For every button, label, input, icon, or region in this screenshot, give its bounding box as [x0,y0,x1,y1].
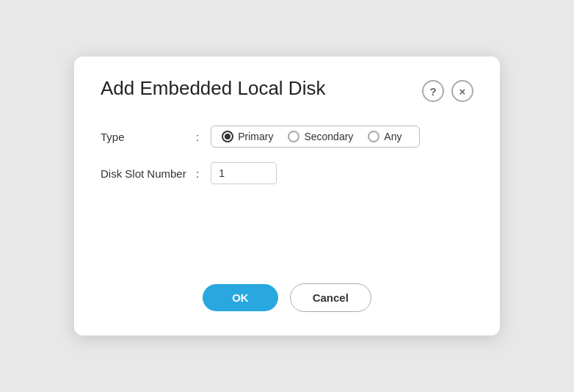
header-icons: ? × [422,80,473,102]
radio-option-any[interactable]: Any [360,131,409,142]
radio-primary[interactable] [222,131,233,142]
close-button[interactable]: × [451,80,473,102]
disk-slot-input[interactable] [211,162,277,184]
add-embedded-local-disk-dialog: Add Embedded Local Disk ? × Type : Prima… [74,57,500,335]
type-colon: : [196,131,199,143]
dialog-body: Type : Primary Secondary Any Disk Slot N… [101,126,473,239]
type-radio-group: Primary Secondary Any [211,126,420,148]
help-button[interactable]: ? [422,80,444,102]
cancel-button[interactable]: Cancel [290,283,371,312]
disk-slot-row: Disk Slot Number : [101,162,473,184]
radio-option-primary[interactable]: Primary [222,131,280,142]
dialog-footer: OK Cancel [101,283,473,312]
radio-any-label: Any [384,131,402,142]
type-label: Type [101,131,196,143]
disk-slot-colon: : [196,167,199,180]
radio-option-secondary[interactable]: Secondary [280,131,360,142]
radio-secondary-label: Secondary [304,131,353,142]
ok-button[interactable]: OK [203,284,278,311]
radio-primary-label: Primary [238,131,273,142]
disk-slot-label: Disk Slot Number [101,167,196,180]
type-row: Type : Primary Secondary Any [101,126,473,148]
dialog-title: Add Embedded Local Disk [101,77,325,100]
dialog-header: Add Embedded Local Disk ? × [101,77,473,102]
radio-secondary[interactable] [288,131,299,142]
radio-any[interactable] [368,131,379,142]
